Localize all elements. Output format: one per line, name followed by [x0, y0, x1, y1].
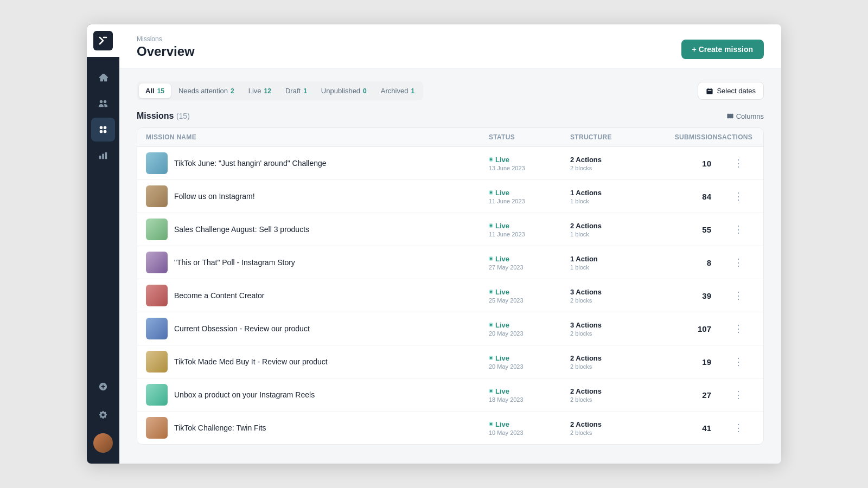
- status-date: 13 June 2023: [489, 165, 570, 171]
- status-cell: Live 27 May 2023: [489, 255, 570, 271]
- status-badge: Live: [489, 354, 570, 362]
- status-badge: Live: [489, 255, 570, 263]
- mission-cell: Unbox a product on your Instagram Reels: [146, 384, 489, 406]
- structure-actions: 2 Actions: [570, 420, 657, 428]
- more-actions-button[interactable]: ⋮: [729, 254, 748, 271]
- mission-thumbnail: [146, 219, 168, 240]
- mission-name: Unbox a product on your Instagram Reels: [174, 390, 315, 399]
- sidebar-item-users[interactable]: [91, 92, 115, 115]
- filter-bar: All 15 Needs attention 2 Live 12 Draft 1: [137, 81, 764, 100]
- structure-actions: 2 Actions: [570, 156, 657, 164]
- status-dot: [489, 323, 493, 327]
- structure-blocks: 2 blocks: [570, 297, 657, 304]
- structure-cell: 1 Action 1 block: [570, 255, 657, 271]
- logo-mark: [93, 31, 113, 50]
- mission-thumbnail: [146, 417, 168, 439]
- mission-cell: Current Obsession - Review our product: [146, 318, 489, 339]
- submissions-cell: 41: [657, 423, 722, 433]
- status-cell: Live 18 May 2023: [489, 387, 570, 403]
- status-cell: Live 10 May 2023: [489, 420, 570, 436]
- filter-tab-archived[interactable]: Archived 1: [374, 84, 421, 98]
- status-cell: Live 20 May 2023: [489, 354, 570, 370]
- sidebar-item-missions[interactable]: [91, 118, 115, 142]
- breadcrumb: Missions: [137, 35, 195, 43]
- app-logo[interactable]: [87, 24, 119, 57]
- structure-cell: 2 Actions 2 blocks: [570, 354, 657, 370]
- sidebar-item-home[interactable]: [91, 66, 115, 89]
- status-dot: [489, 190, 493, 195]
- status-dot: [489, 157, 493, 162]
- filter-tab-all[interactable]: All 15: [139, 84, 171, 98]
- actions-cell: ⋮: [722, 320, 755, 337]
- status-cell: Live 11 June 2023: [489, 189, 570, 204]
- status-dot: [489, 256, 493, 261]
- mission-thumbnail: [146, 185, 168, 207]
- more-actions-button[interactable]: ⋮: [729, 221, 748, 237]
- status-dot: [489, 290, 493, 294]
- table-title: Missions (15): [137, 111, 190, 120]
- structure-blocks: 2 blocks: [570, 396, 657, 403]
- create-mission-button[interactable]: + Create mission: [681, 40, 764, 59]
- more-actions-button[interactable]: ⋮: [729, 420, 748, 436]
- mission-thumbnail: [146, 285, 168, 306]
- more-actions-button[interactable]: ⋮: [729, 354, 748, 370]
- status-badge: Live: [489, 156, 570, 164]
- structure-actions: 2 Actions: [570, 354, 657, 362]
- table-row: Unbox a product on your Instagram Reels …: [137, 378, 763, 412]
- filter-tab-draft[interactable]: Draft 1: [279, 84, 314, 98]
- sidebar-bottom: [91, 375, 115, 464]
- status-date: 18 May 2023: [489, 396, 570, 403]
- status-badge: Live: [489, 288, 570, 296]
- table-row: TikTok Challenge: Twin Fits Live 10 May …: [137, 412, 763, 444]
- sidebar-item-analytics[interactable]: [91, 144, 115, 168]
- status-cell: Live 11 June 2023: [489, 222, 570, 237]
- filter-tab-live-label: Live: [248, 87, 261, 95]
- structure-blocks: 2 blocks: [570, 429, 657, 436]
- actions-cell: ⋮: [722, 287, 755, 304]
- status-date: 20 May 2023: [489, 363, 570, 370]
- filter-tab-draft-label: Draft: [285, 87, 301, 95]
- filter-tab-all-count: 15: [157, 87, 164, 95]
- structure-blocks: 2 blocks: [570, 330, 657, 337]
- filter-tab-archived-label: Archived: [381, 87, 409, 95]
- table-row: Become a Content Creator Live 25 May 202…: [137, 279, 763, 312]
- status-dot: [489, 422, 493, 426]
- more-actions-button[interactable]: ⋮: [729, 320, 748, 337]
- sidebar-item-add[interactable]: [91, 375, 115, 399]
- col-mission-name: Mission name: [146, 133, 489, 141]
- structure-blocks: 1 block: [570, 264, 657, 271]
- columns-icon: [726, 112, 734, 120]
- table-row: TikTok Made Med Buy It - Review our prod…: [137, 345, 763, 378]
- more-actions-button[interactable]: ⋮: [729, 287, 748, 304]
- actions-cell: ⋮: [722, 387, 755, 403]
- structure-cell: 3 Actions 2 blocks: [570, 321, 657, 337]
- status-dot: [489, 223, 493, 228]
- submissions-cell: 27: [657, 390, 722, 400]
- mission-name: "This or That" Poll - Instagram Story: [174, 258, 295, 267]
- user-avatar[interactable]: [91, 431, 115, 455]
- columns-button[interactable]: Columns: [726, 112, 764, 120]
- filter-tab-needs-attention[interactable]: Needs attention 2: [172, 84, 241, 98]
- select-dates-button[interactable]: Select dates: [698, 82, 764, 100]
- filter-tab-live[interactable]: Live 12: [242, 84, 278, 98]
- submissions-cell: 19: [657, 357, 722, 367]
- filter-tab-unpublished-count: 0: [363, 87, 367, 95]
- table-head: Mission name Status Structure Submission…: [137, 128, 763, 147]
- status-cell: Live 13 June 2023: [489, 156, 570, 171]
- page-title: Overview: [137, 44, 195, 59]
- status-cell: Live 25 May 2023: [489, 288, 570, 304]
- mission-name: Sales Challenge August: Sell 3 products: [174, 225, 309, 234]
- more-actions-button[interactable]: ⋮: [729, 155, 748, 171]
- sidebar-item-settings[interactable]: [91, 403, 115, 427]
- filter-tab-unpublished-label: Unpublished: [321, 87, 360, 95]
- status-badge: Live: [489, 321, 570, 329]
- submissions-cell: 39: [657, 291, 722, 300]
- more-actions-button[interactable]: ⋮: [729, 188, 748, 204]
- col-submissions: Submissions: [657, 133, 722, 141]
- submissions-cell: 107: [657, 324, 722, 333]
- mission-name: Follow us on Instagram!: [174, 192, 255, 201]
- more-actions-button[interactable]: ⋮: [729, 387, 748, 403]
- status-cell: Live 20 May 2023: [489, 321, 570, 337]
- filter-tab-unpublished[interactable]: Unpublished 0: [315, 84, 373, 98]
- filter-tab-archived-count: 1: [411, 87, 414, 95]
